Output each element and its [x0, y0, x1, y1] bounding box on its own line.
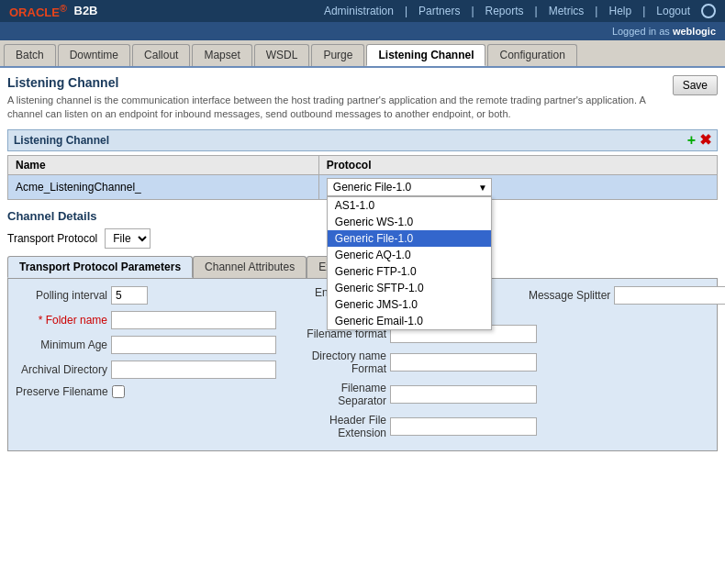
- channel-section-header: Listening Channel + ✖: [7, 129, 718, 151]
- option-generic-email[interactable]: Generic Email-1.0: [328, 313, 491, 329]
- sub-tab-channel-attributes[interactable]: Channel Attributes: [193, 256, 307, 278]
- option-generic-ftp[interactable]: Generic FTP-1.0: [328, 263, 491, 280]
- channel-name-cell: Acme_ListeningChannel_: [8, 174, 319, 199]
- tab-callout[interactable]: Callout: [132, 44, 190, 66]
- transport-protocol-label: Transport Protocol: [7, 232, 97, 245]
- polling-interval-label: Polling interval: [16, 289, 107, 302]
- tab-batch[interactable]: Batch: [4, 44, 56, 66]
- page-description: A listening channel is the communication…: [7, 94, 650, 122]
- filename-separator-input[interactable]: [390, 385, 537, 404]
- right-column: Message Splitter: [519, 286, 709, 443]
- minimum-age-label: Minimum Age: [16, 338, 107, 351]
- option-generic-ws[interactable]: Generic WS-1.0: [328, 214, 491, 230]
- tab-wsdl[interactable]: WSDL: [254, 44, 310, 66]
- archival-directory-label: Archival Directory: [16, 363, 107, 376]
- col-name: Name: [8, 155, 319, 174]
- polling-interval-row: Polling interval: [16, 286, 276, 305]
- table-row[interactable]: Acme_ListeningChannel_ Generic File-1.0 …: [8, 174, 718, 199]
- folder-name-input[interactable]: [111, 311, 276, 329]
- minimum-age-row: Minimum Age: [16, 336, 276, 354]
- save-button[interactable]: Save: [673, 75, 718, 95]
- preserve-filename-row: Preserve Filename: [16, 385, 276, 398]
- delete-channel-button[interactable]: ✖: [699, 133, 711, 148]
- header-file-extension-label: Header File Extension: [295, 414, 386, 439]
- channel-protocol-cell[interactable]: Generic File-1.0 ▼ AS1-1.0 Generic WS-1.…: [318, 174, 717, 199]
- message-splitter-row: Message Splitter: [519, 286, 709, 305]
- directory-name-format-row: Directory name Format: [295, 349, 500, 375]
- tab-configuration[interactable]: Configuration: [487, 44, 576, 66]
- tab-mapset[interactable]: Mapset: [192, 44, 251, 66]
- minimum-age-input[interactable]: [111, 336, 276, 354]
- nav-administration[interactable]: Administration: [324, 5, 394, 17]
- add-channel-button[interactable]: +: [687, 133, 696, 148]
- option-generic-jms[interactable]: Generic JMS-1.0: [328, 296, 491, 313]
- message-splitter-label: Message Splitter: [519, 289, 610, 302]
- dropdown-arrow-icon: ▼: [478, 182, 487, 192]
- preserve-filename-checkbox[interactable]: [112, 385, 125, 398]
- logged-in-user: weblogic: [673, 26, 716, 37]
- oracle-text: ORACLE®: [9, 3, 67, 19]
- archival-directory-row: Archival Directory: [16, 361, 276, 379]
- archival-directory-input[interactable]: [111, 361, 276, 379]
- filename-separator-row: Filename Separator: [295, 382, 500, 407]
- nav-help[interactable]: Help: [608, 5, 631, 17]
- col-protocol: Protocol: [318, 155, 717, 174]
- login-text: Logged in as: [612, 26, 670, 37]
- tab-purge[interactable]: Purge: [311, 44, 364, 66]
- top-nav-links: Administration | Partners | Reports | Me…: [324, 4, 716, 18]
- polling-interval-input[interactable]: [111, 286, 148, 305]
- nav-metrics[interactable]: Metrics: [549, 5, 585, 17]
- protocol-dropdown[interactable]: Generic File-1.0 ▼: [327, 178, 492, 196]
- nav-partners[interactable]: Partners: [418, 5, 460, 17]
- option-generic-aq[interactable]: Generic AQ-1.0: [328, 247, 491, 263]
- page-title: Listening Channel: [7, 75, 650, 90]
- tab-listening-channel[interactable]: Listening Channel: [366, 44, 485, 66]
- transport-protocol-select[interactable]: File: [105, 228, 151, 249]
- option-as1[interactable]: AS1-1.0: [328, 197, 491, 214]
- channel-table: Name Protocol Acme_ListeningChannel_ Gen…: [7, 155, 718, 200]
- preserve-filename-label: Preserve Filename: [16, 385, 108, 398]
- filename-separator-label: Filename Separator: [295, 382, 386, 407]
- nav-reports[interactable]: Reports: [485, 5, 524, 17]
- main-content-area: Listening Channel A listening channel is…: [0, 68, 725, 588]
- main-tab-bar: Batch Downtime Callout Mapset WSDL Purge…: [0, 40, 725, 68]
- sub-tab-transport-params[interactable]: Transport Protocol Parameters: [7, 256, 193, 278]
- page-header: Listening Channel A listening channel is…: [7, 75, 718, 122]
- oracle-logo: ORACLE® B2B: [9, 3, 98, 19]
- protocol-dropdown-menu[interactable]: AS1-1.0 Generic WS-1.0 Generic File-1.0 …: [327, 196, 492, 330]
- option-generic-file[interactable]: Generic File-1.0: [328, 230, 491, 247]
- folder-name-label: * Folder name: [16, 314, 107, 327]
- login-bar: Logged in as weblogic: [0, 22, 725, 40]
- tab-downtime[interactable]: Downtime: [58, 44, 130, 66]
- user-circle-icon: [701, 4, 716, 18]
- directory-name-format-input[interactable]: [390, 353, 537, 372]
- directory-name-format-label: Directory name Format: [295, 349, 386, 375]
- nav-logout[interactable]: Logout: [656, 5, 690, 17]
- message-splitter-input[interactable]: [614, 286, 725, 305]
- left-column: Polling interval * Folder name Minimum A…: [16, 286, 276, 443]
- channel-section-label: Listening Channel: [14, 134, 109, 147]
- b2b-text: B2B: [71, 4, 98, 17]
- header-file-extension-row: Header File Extension: [295, 414, 500, 439]
- top-navigation-bar: ORACLE® B2B Administration | Partners | …: [0, 0, 725, 22]
- header-file-extension-input[interactable]: [390, 417, 537, 436]
- folder-name-row: * Folder name: [16, 311, 276, 329]
- section-actions: + ✖: [687, 133, 711, 148]
- option-generic-sftp[interactable]: Generic SFTP-1.0: [328, 280, 491, 296]
